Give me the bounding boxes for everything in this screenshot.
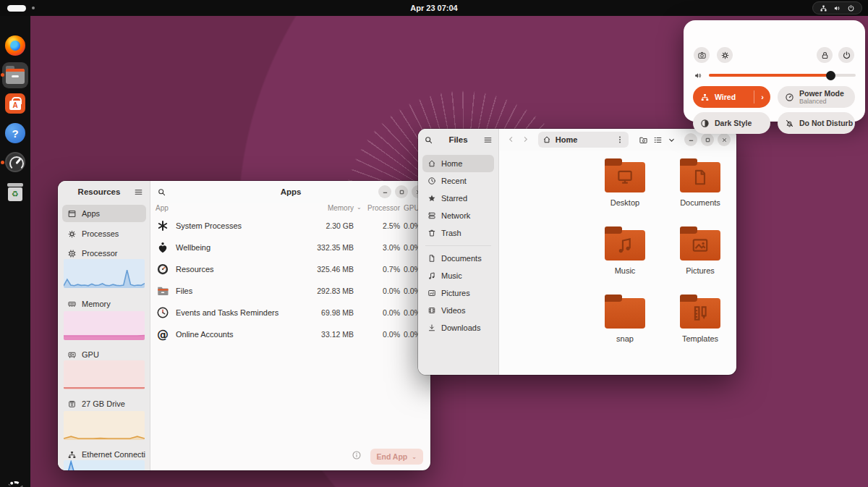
table-row[interactable]: Files 292.83 MB 0.0% 0.0% bbox=[151, 280, 430, 302]
do-not-disturb-toggle[interactable]: Do Not Disturb bbox=[778, 112, 855, 134]
files-window-title: Files bbox=[438, 135, 479, 144]
help-icon: ? bbox=[5, 123, 25, 143]
info-icon[interactable] bbox=[352, 450, 362, 463]
power-icon bbox=[842, 51, 851, 60]
clock-icon bbox=[427, 177, 436, 185]
folder-snap[interactable]: snap bbox=[590, 294, 660, 356]
maximize-button[interactable] bbox=[701, 133, 714, 146]
location-bar[interactable]: Home bbox=[538, 132, 629, 148]
folder-templates[interactable]: Templates bbox=[665, 294, 735, 356]
resources-running-dot bbox=[1, 161, 4, 164]
clock[interactable]: Apr 23 07:04 bbox=[0, 4, 868, 12]
music-icon bbox=[616, 236, 634, 255]
image-icon bbox=[691, 236, 710, 255]
search-icon[interactable] bbox=[424, 135, 433, 145]
back-button[interactable] bbox=[506, 133, 516, 146]
table-row[interactable]: Wellbeing 332.35 MB 3.0% 0.0% bbox=[151, 237, 430, 258]
dock-item-resources[interactable] bbox=[4, 151, 26, 173]
folder-documents[interactable]: Documents bbox=[665, 158, 735, 220]
files-running-dot bbox=[1, 73, 4, 77]
top-bar: Apr 23 07:04 bbox=[0, 0, 868, 16]
files-sidebar: Files Home Recent Starred Network Trash … bbox=[418, 129, 499, 375]
volume-knob[interactable] bbox=[826, 71, 835, 80]
sidebar-item-network[interactable]: Network bbox=[422, 207, 494, 224]
sidebar-item-recent[interactable]: Recent bbox=[422, 172, 494, 190]
sidebar-item-music[interactable]: Music bbox=[422, 267, 494, 284]
settings-button[interactable] bbox=[717, 47, 733, 63]
sidebar-item-downloads[interactable]: Downloads bbox=[422, 319, 494, 336]
sidebar-item-home[interactable]: Home bbox=[422, 155, 494, 172]
folder-pictures[interactable]: Pictures bbox=[665, 226, 735, 288]
dock-item-trash[interactable]: ♻ bbox=[4, 181, 26, 203]
menu-icon[interactable] bbox=[483, 135, 493, 145]
ram-icon bbox=[67, 300, 77, 309]
gpu-graph bbox=[64, 360, 145, 389]
files-folder-icon bbox=[156, 284, 169, 297]
ubuntu-logo-icon bbox=[8, 481, 24, 487]
maximize-button[interactable] bbox=[395, 185, 408, 198]
column-app[interactable]: App bbox=[156, 204, 169, 212]
dock-item-firefox[interactable] bbox=[4, 35, 26, 56]
folder-icon bbox=[680, 162, 720, 192]
sidebar-item-starred[interactable]: Starred bbox=[422, 190, 494, 207]
memory-graph bbox=[64, 311, 145, 340]
table-row[interactable]: System Processes 2.30 GB 2.5% 0.0% bbox=[151, 215, 430, 237]
sidebar-item-documents[interactable]: Documents bbox=[422, 250, 494, 267]
list-view-icon[interactable] bbox=[653, 135, 663, 145]
power-button[interactable] bbox=[838, 47, 854, 63]
apps-window-icon bbox=[67, 209, 77, 219]
resources-window: Resources Apps Processes Processor Memor… bbox=[58, 181, 430, 470]
desktop: Apr 23 07:04 A ? ♻ Resources Apps Proces… bbox=[0, 0, 868, 487]
wired-toggle[interactable]: Wired › bbox=[693, 86, 770, 108]
star-icon bbox=[427, 194, 436, 203]
folder-music[interactable]: Music bbox=[590, 226, 660, 288]
power-mode-toggle[interactable]: Power Mode Balanced bbox=[778, 86, 855, 108]
sidebar-item-videos[interactable]: Videos bbox=[422, 302, 494, 319]
location-label: Home bbox=[556, 135, 578, 144]
dock-item-help[interactable]: ? bbox=[4, 122, 26, 144]
column-gpu[interactable]: GPU bbox=[404, 204, 420, 212]
sidebar-item-processes[interactable]: Processes bbox=[62, 225, 146, 242]
sidebar-item-pictures[interactable]: Pictures bbox=[422, 284, 494, 302]
sidebar-item-memory[interactable]: Memory bbox=[62, 295, 146, 313]
files-sidebar-header[interactable]: Files bbox=[418, 129, 498, 151]
film-icon bbox=[427, 306, 436, 315]
view-options-chevron-icon[interactable] bbox=[668, 136, 676, 144]
folder-visit-icon[interactable] bbox=[639, 135, 648, 145]
end-app-button[interactable]: End App⌄ bbox=[370, 449, 423, 465]
resources-sidebar-header[interactable]: Resources bbox=[58, 181, 150, 203]
dock-item-app-center[interactable]: A bbox=[4, 93, 26, 114]
screenshot-button[interactable] bbox=[694, 47, 710, 63]
lock-button[interactable] bbox=[817, 47, 833, 63]
sidebar-item-drive[interactable]: 27 GB Drive bbox=[62, 395, 146, 412]
table-header: App Memory ⌄ Processor GPU bbox=[151, 204, 430, 216]
minimize-button[interactable] bbox=[378, 185, 391, 198]
minimize-button[interactable] bbox=[684, 133, 697, 146]
column-memory[interactable]: Memory bbox=[296, 204, 354, 212]
dock-item-files[interactable] bbox=[2, 62, 28, 88]
folder-desktop[interactable]: Desktop bbox=[590, 158, 660, 220]
drive-graph bbox=[64, 411, 145, 440]
close-button[interactable] bbox=[718, 133, 731, 146]
system-tray[interactable] bbox=[812, 1, 862, 14]
show-apps-button[interactable] bbox=[5, 479, 25, 487]
sidebar-item-apps[interactable]: Apps bbox=[62, 205, 146, 222]
monitor-icon bbox=[616, 168, 634, 187]
table-row[interactable]: @ Online Accounts 33.12 MB 0.0% 0.0% bbox=[151, 323, 430, 345]
kebab-menu-icon[interactable] bbox=[616, 135, 624, 144]
column-processor[interactable]: Processor bbox=[355, 204, 400, 212]
volume-row bbox=[694, 70, 856, 80]
table-row[interactable]: Resources 325.46 MB 0.7% 0.0% bbox=[151, 258, 430, 280]
volume-slider[interactable] bbox=[709, 74, 856, 77]
ethernet-graph bbox=[64, 460, 145, 470]
files-main-pane: Home Desktop Documents Downloads bbox=[500, 129, 736, 375]
firefox-icon bbox=[5, 35, 25, 56]
dark-style-toggle[interactable]: Dark Style bbox=[693, 112, 770, 134]
sidebar-item-trash[interactable]: Trash bbox=[422, 224, 494, 242]
chevron-right-icon[interactable]: › bbox=[754, 93, 770, 101]
menu-icon[interactable] bbox=[134, 187, 143, 197]
forward-button[interactable] bbox=[519, 133, 530, 146]
resources-header[interactable]: Apps bbox=[151, 181, 430, 203]
table-row[interactable]: Events and Tasks Reminders 69.98 MB 0.0%… bbox=[151, 302, 430, 323]
folder-icon bbox=[680, 230, 720, 261]
